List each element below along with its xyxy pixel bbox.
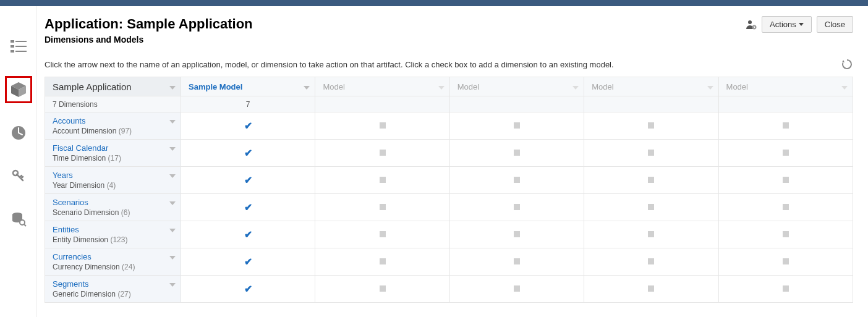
- checkbox-icon: [514, 285, 520, 292]
- dimension-count: (123): [110, 235, 127, 244]
- add-dimension-checkbox[interactable]: [315, 140, 449, 167]
- model-column-menu[interactable]: [572, 82, 579, 91]
- dimension-name-cell: ScenariosScenario Dimension (6): [45, 194, 181, 221]
- add-dimension-checkbox[interactable]: [584, 140, 718, 167]
- dimension-count: (6): [121, 208, 130, 217]
- app-column-menu[interactable]: [169, 82, 176, 91]
- model-column-menu[interactable]: [304, 82, 310, 91]
- app-column-label: Sample Application: [53, 82, 132, 92]
- svg-marker-24: [169, 147, 176, 151]
- add-dimension-checkbox[interactable]: [718, 194, 853, 221]
- actions-button[interactable]: Actions: [762, 16, 812, 33]
- top-chrome-bar: [0, 0, 868, 6]
- nav-cube-icon[interactable]: [6, 77, 31, 102]
- checkbox-icon: [783, 177, 789, 183]
- checkbox-icon: [648, 204, 654, 210]
- dimension-menu[interactable]: [169, 198, 176, 207]
- add-dimension-checkbox[interactable]: [315, 248, 449, 276]
- add-dimension-checkbox[interactable]: [449, 221, 584, 248]
- add-dimension-checkbox[interactable]: [584, 276, 718, 303]
- add-dimension-checkbox[interactable]: [718, 140, 853, 167]
- dimension-menu[interactable]: [169, 252, 176, 261]
- caret-down-icon: [799, 23, 804, 26]
- dimension-link[interactable]: Years: [53, 171, 73, 180]
- table-row: AccountsAccount Dimension (97)✔: [45, 112, 853, 140]
- dimension-link[interactable]: Accounts: [53, 116, 85, 125]
- nav-keys-icon[interactable]: [6, 164, 31, 188]
- checkbox-icon: [514, 177, 520, 183]
- add-dimension-checkbox[interactable]: [449, 194, 584, 221]
- model-column-menu[interactable]: [438, 82, 445, 91]
- check-icon: ✔: [244, 229, 252, 240]
- column-header-model-5: Model: [718, 77, 853, 96]
- dimension-in-model-check[interactable]: ✔: [181, 140, 315, 167]
- table-row: EntitiesEntity Dimension (123)✔: [45, 221, 853, 248]
- dimension-menu[interactable]: [169, 116, 176, 125]
- dimension-in-model-check[interactable]: ✔: [181, 167, 315, 194]
- dimension-in-model-check[interactable]: ✔: [181, 276, 315, 303]
- svg-point-14: [748, 20, 752, 24]
- refresh-icon[interactable]: [841, 58, 853, 70]
- column-header-model-3: Model: [449, 77, 584, 96]
- user-role-icon[interactable]: [746, 19, 757, 30]
- add-dimension-checkbox[interactable]: [315, 276, 449, 303]
- dimension-menu[interactable]: [169, 279, 176, 289]
- checkbox-icon: [380, 285, 386, 292]
- nav-list-icon[interactable]: [6, 34, 31, 59]
- add-dimension-checkbox[interactable]: [449, 248, 584, 276]
- checkbox-icon: [783, 285, 789, 292]
- close-button[interactable]: Close: [817, 16, 853, 33]
- model-column-menu[interactable]: [707, 82, 713, 91]
- dimension-link[interactable]: Scenarios: [53, 198, 88, 207]
- table-row: YearsYear Dimension (4)✔: [45, 167, 853, 194]
- add-dimension-checkbox[interactable]: [584, 167, 718, 194]
- dimension-menu[interactable]: [169, 143, 176, 153]
- add-dimension-checkbox[interactable]: [315, 167, 449, 194]
- dimension-link[interactable]: Fiscal Calendar: [53, 143, 108, 153]
- svg-marker-17: [169, 86, 176, 90]
- dimension-in-model-check[interactable]: ✔: [181, 112, 315, 140]
- add-dimension-checkbox[interactable]: [315, 221, 449, 248]
- dimension-in-model-check[interactable]: ✔: [181, 221, 315, 248]
- dimension-link[interactable]: Currencies: [53, 252, 91, 261]
- dimension-link[interactable]: Entities: [53, 225, 79, 234]
- nav-clock-icon[interactable]: [6, 120, 31, 145]
- dimension-link[interactable]: Segments: [53, 279, 89, 289]
- add-dimension-checkbox[interactable]: [718, 221, 853, 248]
- dimension-type: Entity Dimension: [53, 235, 108, 244]
- table-row: Fiscal CalendarTime Dimension (17)✔: [45, 140, 853, 167]
- dimensions-table: Sample Application Sample Model: [45, 77, 853, 303]
- sample-model-label[interactable]: Sample Model: [189, 82, 242, 91]
- add-dimension-checkbox[interactable]: [718, 167, 853, 194]
- add-dimension-checkbox[interactable]: [315, 194, 449, 221]
- svg-rect-2: [11, 45, 14, 48]
- svg-rect-1: [15, 41, 27, 42]
- dimension-menu[interactable]: [169, 225, 176, 234]
- add-dimension-checkbox[interactable]: [584, 194, 718, 221]
- svg-marker-28: [169, 256, 176, 260]
- dimension-type: Scenario Dimension: [53, 208, 119, 217]
- add-dimension-checkbox[interactable]: [718, 112, 853, 140]
- dimension-menu[interactable]: [169, 171, 176, 180]
- checkbox-icon: [648, 177, 654, 183]
- add-dimension-checkbox[interactable]: [315, 112, 449, 140]
- svg-marker-21: [707, 86, 713, 90]
- add-dimension-checkbox[interactable]: [584, 112, 718, 140]
- svg-marker-26: [169, 201, 176, 205]
- add-dimension-checkbox[interactable]: [718, 248, 853, 276]
- add-dimension-checkbox[interactable]: [449, 276, 584, 303]
- add-dimension-checkbox[interactable]: [584, 248, 718, 276]
- dimension-count: (24): [122, 263, 135, 271]
- add-dimension-checkbox[interactable]: [449, 112, 584, 140]
- add-dimension-checkbox[interactable]: [718, 276, 853, 303]
- dimension-in-model-check[interactable]: ✔: [181, 248, 315, 276]
- model-column-menu[interactable]: [841, 82, 848, 91]
- dimension-in-model-check[interactable]: ✔: [181, 194, 315, 221]
- checkbox-icon: [380, 177, 386, 183]
- add-dimension-checkbox[interactable]: [584, 221, 718, 248]
- nav-db-search-icon[interactable]: [6, 207, 31, 232]
- checkbox-icon: [783, 150, 789, 156]
- add-dimension-checkbox[interactable]: [449, 140, 584, 167]
- check-icon: ✔: [244, 120, 252, 131]
- add-dimension-checkbox[interactable]: [449, 167, 584, 194]
